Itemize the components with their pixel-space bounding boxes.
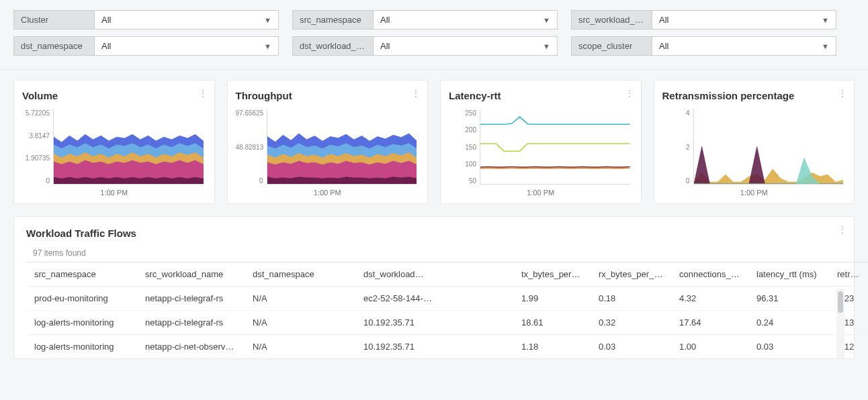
cell: 0.24 [748, 311, 829, 335]
chevron-down-icon: ▼ [822, 16, 829, 24]
chart-card-2: ⋮Latency-rtt250200150100501:00 PM [440, 80, 642, 204]
col-header[interactable]: tx_bytes_per… [513, 262, 591, 287]
chart-row: ⋮Volume5.722053.81471.9073501:00 PM⋮Thro… [13, 80, 855, 204]
table-row[interactable]: log-alerts-monitoringnetapp-ci-net-obser… [26, 335, 868, 359]
cell: 4.32 [671, 287, 748, 311]
filter-1: src_namespaceAll▼ [292, 10, 558, 30]
menu-icon[interactable]: ⋮ [838, 225, 847, 234]
filter-label: dst_namespace [13, 36, 94, 56]
y-axis-labels: 25020015010050 [449, 109, 478, 185]
chart-card-3: ⋮Retransmission percentage4201:00 PM [654, 80, 855, 204]
filter-4: dst_workload_…All▼ [292, 36, 558, 56]
chart-card-0: ⋮Volume5.722053.81471.9073501:00 PM [13, 80, 215, 204]
cell: 0.18 [591, 287, 671, 311]
x-axis-label: 1:00 PM [449, 189, 633, 197]
cell: netapp-ci-telegraf-rs [137, 311, 245, 335]
cell: 0.32 [591, 311, 671, 335]
plot [53, 109, 204, 185]
chevron-down-icon: ▼ [264, 42, 271, 50]
spacer [473, 262, 513, 287]
table-title: Workload Traffic Flows [26, 228, 842, 239]
chart-area: 4201:00 PM [662, 109, 847, 197]
cell: N/A [245, 335, 355, 359]
cell: 1.99 [513, 287, 591, 311]
filter-2: src_workload_…All▼ [571, 10, 836, 30]
spacer [473, 335, 513, 359]
filter-value: All [380, 41, 390, 51]
chart-area: 5.722053.81471.9073501:00 PM [22, 109, 206, 197]
chart-card-1: ⋮Throughput97.6562548.8281301:00 PM [227, 80, 429, 204]
y-axis-labels: 420 [662, 109, 692, 185]
plot [267, 109, 417, 185]
scrollbar-thumb[interactable] [838, 291, 843, 313]
cell: 96.31 [748, 287, 829, 311]
filter-select[interactable]: All▼ [94, 36, 279, 56]
cell: netapp-ci-telegraf-rs [137, 287, 245, 311]
col-header[interactable]: src_namespace [26, 262, 137, 287]
col-header[interactable]: dst_workload… [355, 262, 473, 287]
menu-icon[interactable]: ⋮ [838, 89, 847, 98]
filter-select[interactable]: All▼ [652, 36, 836, 56]
scrollbar[interactable] [836, 289, 844, 358]
chart-area: 250200150100501:00 PM [449, 109, 633, 197]
chevron-down-icon: ▼ [543, 42, 550, 50]
menu-icon[interactable]: ⋮ [411, 89, 421, 98]
chevron-down-icon: ▼ [822, 42, 829, 50]
filter-5: scope_clusterAll▼ [571, 36, 836, 56]
divider [0, 69, 868, 70]
cell: 10.192.35.71 [355, 311, 473, 335]
table-row[interactable]: prod-eu-monitoringnetapp-ci-telegraf-rsN… [26, 287, 868, 311]
col-header[interactable]: connections_t… [671, 262, 748, 287]
filter-label: dst_workload_… [292, 36, 373, 56]
table-wrap: src_namespacesrc_workload_namedst_namesp… [26, 262, 842, 358]
cell: log-alerts-monitoring [26, 335, 137, 359]
filter-select[interactable]: All▼ [652, 10, 836, 30]
chevron-down-icon: ▼ [264, 16, 271, 24]
cell: 0.03 [748, 335, 829, 359]
filter-value: All [101, 41, 111, 51]
filter-value: All [659, 41, 668, 51]
x-axis-label: 1:00 PM [662, 189, 847, 197]
filter-label: src_namespace [292, 10, 373, 30]
filter-select[interactable]: All▼ [94, 10, 279, 30]
chart-area: 97.6562548.8281301:00 PM [236, 109, 420, 197]
filter-value: All [659, 15, 668, 25]
col-header[interactable]: latency_rtt (ms) [748, 262, 829, 287]
filter-select[interactable]: All▼ [373, 10, 558, 30]
cell: N/A [245, 311, 355, 335]
menu-icon[interactable]: ⋮ [198, 89, 208, 98]
filter-label: scope_cluster [571, 36, 652, 56]
chart-title: Throughput [236, 90, 420, 101]
filter-3: dst_namespaceAll▼ [13, 36, 279, 56]
col-header[interactable]: src_workload_name [137, 262, 245, 287]
traffic-table: src_namespacesrc_workload_namedst_namesp… [26, 262, 868, 358]
filter-bar: ClusterAll▼src_namespaceAll▼src_workload… [13, 10, 855, 56]
cell: 0.12 [829, 335, 868, 359]
col-header[interactable]: dst_namespace [245, 262, 355, 287]
table-row[interactable]: log-alerts-monitoringnetapp-ci-telegraf-… [26, 311, 868, 335]
cell: netapp-ci-net-observe… [137, 335, 245, 359]
y-axis-labels: 5.722053.81471.907350 [22, 109, 52, 185]
cell: 1.18 [513, 335, 591, 359]
filter-label: Cluster [13, 10, 94, 30]
filter-value: All [380, 15, 390, 25]
cell: 0.03 [591, 335, 671, 359]
cell: 10.192.35.71 [355, 335, 473, 359]
y-axis-labels: 97.6562548.828130 [236, 109, 265, 185]
cell: 0.23 [829, 287, 868, 311]
cell: 17.64 [671, 311, 748, 335]
col-header[interactable]: rx_bytes_per_… [591, 262, 671, 287]
plot [480, 109, 630, 185]
spacer [473, 287, 513, 311]
menu-icon[interactable]: ⋮ [625, 89, 634, 98]
col-header[interactable]: retransm [829, 262, 868, 287]
x-axis-label: 1:00 PM [22, 189, 206, 197]
cell: log-alerts-monitoring [26, 311, 137, 335]
chart-title: Retransmission percentage [662, 90, 847, 101]
cell: 0.13 [829, 311, 868, 335]
chevron-down-icon: ▼ [543, 16, 550, 24]
chart-title: Latency-rtt [449, 90, 633, 101]
cell: prod-eu-monitoring [26, 287, 137, 311]
filter-select[interactable]: All▼ [373, 36, 558, 56]
filter-value: All [101, 15, 111, 25]
